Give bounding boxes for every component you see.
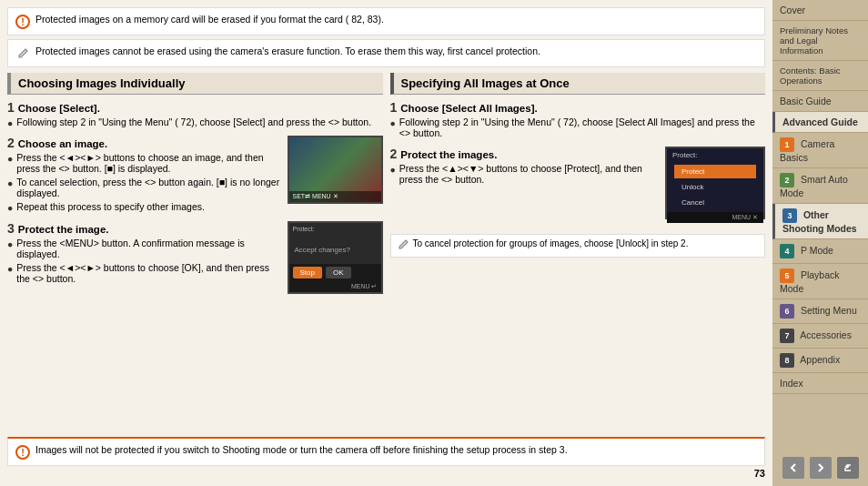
sidebar-item-accessories[interactable]: 7 Accessories xyxy=(772,324,868,349)
sidebar-item-prelim[interactable]: Preliminary Notes and Legal Information xyxy=(772,21,868,61)
right-protect-screen-container: Protect: Protect Unlock Cancel MENU ✕ xyxy=(665,147,765,225)
right-note-text: To cancel protection for groups of image… xyxy=(413,238,689,248)
right-step-1-title: Choose [Select All Images]. xyxy=(400,103,537,114)
right-step-2-row: 2 Protect the images. ● Press the <▲><▼>… xyxy=(390,147,766,225)
cancel-option: Cancel xyxy=(674,196,756,209)
camera-display-1: SET⇌ MENU ✕ xyxy=(288,136,383,204)
step-3-text: 3 Protect the image. ● Press the <MENU> … xyxy=(7,221,280,294)
sidebar-item-camera-basics[interactable]: 1 Camera Basics xyxy=(772,133,868,168)
sidebar-item-index[interactable]: Index xyxy=(772,373,868,394)
right-step-1-bullet: ● Following step 2 in "Using the Menu" (… xyxy=(390,116,766,138)
right-step-2-title: Protect the images. xyxy=(400,149,497,160)
bottom-warning-icon: ! xyxy=(15,445,30,460)
sidebar-item-other-shooting[interactable]: 3 Other Shooting Modes xyxy=(772,204,868,239)
right-note-box: To cancel protection for groups of image… xyxy=(390,234,766,258)
step-3-bullet-1: ● Press the <MENU> button. A confirmatio… xyxy=(7,238,280,259)
sidebar: Cover Preliminary Notes and Legal Inform… xyxy=(772,0,868,486)
step-2-bullet-3: ● Repeat this process to specify other i… xyxy=(7,201,280,213)
step-3-title: Protect the image. xyxy=(18,224,109,235)
section-num-3: 3 xyxy=(782,208,797,223)
warning-icon: ! xyxy=(15,15,30,29)
unlock-option: Unlock xyxy=(674,180,756,194)
step-1-num: 1 xyxy=(7,100,15,115)
sidebar-nav xyxy=(772,450,868,486)
right-protect-title: Protect: xyxy=(667,148,763,162)
top-note-box: Protected images cannot be erased using … xyxy=(7,39,765,67)
right-section-heading: Specifying All Images at Once xyxy=(390,73,766,95)
sidebar-item-smart-auto[interactable]: 2 Smart Auto Mode xyxy=(772,168,868,204)
right-protect-menu: Protect Unlock Cancel xyxy=(667,162,763,212)
right-step-1-row: 1 Choose [Select All Images]. ● Followin… xyxy=(390,100,766,141)
sidebar-item-appendix[interactable]: 8 Appendix xyxy=(772,349,868,373)
right-step-1-num: 1 xyxy=(390,100,398,115)
right-step-1-text: 1 Choose [Select All Images]. ● Followin… xyxy=(390,100,766,141)
bottom-warning-box: ! Images will not be protected if you sw… xyxy=(7,437,765,466)
protect-label: Protect: xyxy=(289,223,381,235)
page-number: 73 xyxy=(7,468,765,479)
step-3-accept-screen: Protect: Accept changes? Stop OK MENU ↵ xyxy=(288,221,383,294)
bottom-warning-text: Images will not be protected if you swit… xyxy=(35,444,568,455)
right-step-2-num: 2 xyxy=(390,147,398,161)
accept-changes-display: Protect: Accept changes? Stop OK MENU ↵ xyxy=(288,221,383,294)
right-protect-display: Protect: Protect Unlock Cancel MENU ✕ xyxy=(665,147,765,219)
section-num-4: 4 xyxy=(780,244,794,258)
sidebar-item-contents[interactable]: Contents: Basic Operations xyxy=(772,61,868,91)
section-num-6: 6 xyxy=(780,304,794,319)
step-3-bullet-2: ● Press the <◄><►> buttons to choose [OK… xyxy=(7,262,280,284)
return-arrow[interactable] xyxy=(837,457,859,479)
accept-question: Accept changes? xyxy=(289,235,381,264)
pencil-icon-right xyxy=(397,238,409,253)
right-column: Specifying All Images at Once 1 Choose [… xyxy=(390,73,766,433)
sidebar-item-advanced-guide[interactable]: Advanced Guide xyxy=(772,112,868,133)
right-step-2-bullet: ● Press the <▲><▼> buttons to choose [Pr… xyxy=(390,163,659,185)
top-warning-text: Protected images on a memory card will b… xyxy=(35,14,384,25)
section-num-2: 2 xyxy=(780,173,794,187)
menu-screen-footer: MENU ↵ xyxy=(289,281,381,292)
step-1-title: Choose [Select]. xyxy=(18,103,100,114)
left-section-heading: Choosing Images Individually xyxy=(7,73,383,95)
step-2-row: 2 Choose an image. ● Press the <◄><►> bu… xyxy=(7,136,383,216)
pencil-icon xyxy=(15,46,30,61)
right-protect-footer: MENU ✕ xyxy=(667,212,763,223)
right-section-title: Specifying All Images at Once xyxy=(401,76,570,90)
right-step-2-text: 2 Protect the images. ● Press the <▲><▼>… xyxy=(390,147,659,225)
prev-arrow[interactable] xyxy=(782,457,804,479)
left-column: Choosing Images Individually 1 Choose [S… xyxy=(7,73,383,433)
stop-button-display: Stop xyxy=(293,267,322,278)
step-2-num: 2 xyxy=(7,136,15,150)
sidebar-item-cover[interactable]: Cover xyxy=(772,0,868,21)
step-2-camera-screen: SET⇌ MENU ✕ xyxy=(288,136,383,216)
top-note-text: Protected images cannot be erased using … xyxy=(35,46,540,56)
section-num-5: 5 xyxy=(780,268,794,283)
step-2-title: Choose an image. xyxy=(18,138,107,149)
sidebar-item-setting-menu[interactable]: 6 Setting Menu xyxy=(772,299,868,324)
sidebar-item-p-mode[interactable]: 4 P Mode xyxy=(772,239,868,264)
section-num-7: 7 xyxy=(780,329,794,343)
protect-option: Protect xyxy=(674,165,756,178)
next-arrow[interactable] xyxy=(810,457,832,479)
step-1-bullet-1: ● Following step 2 in "Using the Menu" (… xyxy=(7,116,383,128)
step-1-block: 1 Choose [Select]. ● Following step 2 in… xyxy=(7,100,383,131)
section-num-1: 1 xyxy=(780,137,794,152)
left-section-title: Choosing Images Individually xyxy=(18,76,185,90)
section-num-8: 8 xyxy=(780,353,794,368)
step-3-num: 3 xyxy=(7,221,15,236)
step-2-bullet-1: ● Press the <◄><►> buttons to choose an … xyxy=(7,152,280,174)
sidebar-item-basic-guide[interactable]: Basic Guide xyxy=(772,91,868,112)
step-2-bullet-2: ● To cancel selection, press the <> butt… xyxy=(7,177,280,198)
accept-buttons: Stop OK xyxy=(289,264,381,281)
sidebar-item-playback[interactable]: 5 Playback Mode xyxy=(772,264,868,299)
step-3-row: 3 Protect the image. ● Press the <MENU> … xyxy=(7,221,383,294)
top-warning-box: ! Protected images on a memory card will… xyxy=(7,7,765,35)
step-2-text: 2 Choose an image. ● Press the <◄><►> bu… xyxy=(7,136,280,216)
ok-button-display: OK xyxy=(326,267,351,278)
